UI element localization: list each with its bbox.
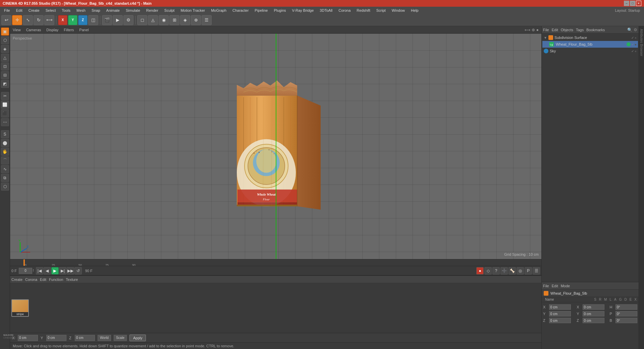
minimize-button[interactable]: – bbox=[624, 1, 629, 6]
autokey-button[interactable]: ? bbox=[492, 267, 500, 275]
bone-button[interactable]: 🦴 bbox=[508, 267, 516, 275]
prev-frame-button[interactable]: ◀ bbox=[44, 267, 51, 275]
y-input[interactable] bbox=[46, 335, 66, 341]
sculpt-tool[interactable]: 🖐 bbox=[1, 148, 9, 156]
vp-icon-expand[interactable]: ⟷ bbox=[525, 28, 530, 32]
playback-settings[interactable]: P bbox=[525, 267, 532, 275]
transform-button[interactable]: ⟷ bbox=[44, 15, 54, 25]
y-pos-input[interactable] bbox=[549, 311, 571, 316]
attr-menu-file[interactable]: File bbox=[543, 284, 549, 288]
timeline-settings[interactable]: ☰ bbox=[533, 267, 540, 275]
om-filter-icon[interactable]: ⚙ bbox=[634, 28, 637, 32]
model-tool[interactable]: ⬡ bbox=[1, 36, 9, 44]
om-menu-bookmarks[interactable]: Bookmarks bbox=[586, 28, 605, 32]
b-rot-input[interactable] bbox=[615, 318, 637, 323]
render-button[interactable]: ▶ bbox=[113, 15, 123, 25]
spline-tool[interactable]: ⌒ bbox=[1, 156, 9, 164]
menu-script[interactable]: Script bbox=[374, 8, 388, 13]
om-menu-edit[interactable]: Edit bbox=[552, 28, 558, 32]
mat-menu-edit[interactable]: Edit bbox=[40, 278, 46, 282]
menu-mograph[interactable]: MoGraph bbox=[208, 8, 229, 13]
material-swatch-stripe[interactable]: stripe bbox=[11, 299, 29, 317]
om-menu-file[interactable]: File bbox=[543, 28, 549, 32]
y-axis-button[interactable]: Y bbox=[68, 15, 77, 25]
keyframe-button[interactable]: ◇ bbox=[484, 267, 492, 275]
menu-motion-tracker[interactable]: Motion Tracker bbox=[178, 8, 208, 13]
render-preview-button[interactable]: 🎬 bbox=[102, 15, 112, 25]
rotate-tool-button[interactable]: ↻ bbox=[34, 15, 44, 25]
menu-corona[interactable]: Corona bbox=[336, 8, 353, 13]
select-tool[interactable]: ▣ bbox=[1, 28, 9, 36]
ik-button[interactable]: ◎ bbox=[517, 267, 524, 275]
mat-menu-function[interactable]: Function bbox=[49, 278, 63, 282]
menu-simulate[interactable]: Simulate bbox=[123, 8, 143, 13]
maximize-button[interactable]: □ bbox=[630, 1, 635, 6]
skip-start-button[interactable]: |◀ bbox=[36, 267, 43, 275]
undo-button[interactable]: ↩ bbox=[1, 15, 11, 25]
menu-tools[interactable]: Tools bbox=[59, 8, 73, 13]
vp-menu-filters[interactable]: Filters bbox=[64, 28, 74, 32]
vp-menu-view[interactable]: View bbox=[13, 28, 21, 32]
menu-redshift[interactable]: Redshift bbox=[354, 8, 373, 13]
menu-vray[interactable]: V-Ray Bridge bbox=[289, 8, 317, 13]
x-input[interactable] bbox=[18, 335, 38, 341]
menu-select[interactable]: Select bbox=[43, 8, 59, 13]
om-menu-objects[interactable]: Objects bbox=[561, 28, 573, 32]
snap-button[interactable]: ⊕ bbox=[191, 15, 201, 25]
vp-menu-cameras[interactable]: Cameras bbox=[26, 28, 41, 32]
motion-button[interactable]: ➕ bbox=[500, 267, 508, 275]
brush-tool[interactable]: ◈ bbox=[1, 45, 9, 53]
attr-menu-edit[interactable]: Edit bbox=[552, 284, 558, 288]
attr-menu-mode[interactable]: Mode bbox=[561, 284, 570, 288]
record-button[interactable]: ● bbox=[476, 267, 484, 275]
om-menu-tags[interactable]: Tags bbox=[576, 28, 584, 32]
vp-menu-display[interactable]: Display bbox=[46, 28, 58, 32]
menu-file[interactable]: File bbox=[1, 8, 13, 13]
z-pos-input[interactable] bbox=[549, 318, 571, 323]
object-tool-button[interactable]: ◻ bbox=[137, 15, 147, 25]
z-size-input[interactable] bbox=[583, 318, 604, 323]
z-input[interactable] bbox=[75, 335, 95, 341]
coordinate-system-button[interactable]: ◫ bbox=[88, 15, 98, 25]
magnet-tool[interactable]: S bbox=[1, 130, 9, 138]
render-settings-button[interactable]: ⚙ bbox=[123, 15, 133, 25]
h-rot-input[interactable] bbox=[615, 304, 637, 310]
menu-snap[interactable]: Snap bbox=[89, 8, 103, 13]
menu-help[interactable]: Help bbox=[408, 8, 421, 13]
knife-tool[interactable]: ✂ bbox=[1, 92, 9, 100]
menu-animate[interactable]: Animate bbox=[104, 8, 122, 13]
menu-create[interactable]: Create bbox=[26, 8, 42, 13]
x-size-input[interactable] bbox=[583, 304, 604, 310]
vp-menu-panel[interactable]: Panel bbox=[79, 28, 89, 32]
x-axis-button[interactable]: X bbox=[58, 15, 67, 25]
next-frame-button[interactable]: ▶| bbox=[59, 267, 66, 275]
p-rot-input[interactable] bbox=[615, 311, 637, 316]
attributes-strip-label[interactable]: Attributes Browser bbox=[639, 26, 644, 59]
menu-plugins[interactable]: Plugins bbox=[271, 8, 288, 13]
bevel-tool[interactable]: ⬛ bbox=[1, 109, 9, 117]
om-row-wheatbag[interactable]: Lg Wheat_Flour_Bag_5lb ✓ ● bbox=[542, 41, 638, 48]
vp-icon-settings[interactable]: ● bbox=[536, 28, 539, 32]
smooth-button[interactable]: ◉ bbox=[159, 15, 169, 25]
menu-window[interactable]: Window bbox=[389, 8, 408, 13]
z-axis-button[interactable]: Z bbox=[78, 15, 88, 25]
polygon-tool-button[interactable]: ◬ bbox=[148, 15, 158, 25]
extrude-tool[interactable]: ⬜ bbox=[1, 101, 9, 109]
close-button[interactable]: ✕ bbox=[636, 1, 641, 6]
om-search-icon[interactable]: 🔍 bbox=[627, 28, 632, 32]
scale-tool-button[interactable]: ⤡ bbox=[23, 15, 33, 25]
layer-tool[interactable]: ⧉ bbox=[1, 174, 9, 182]
viewport-canvas[interactable]: Perspective bbox=[10, 34, 541, 259]
polygon-select[interactable]: △ bbox=[1, 54, 9, 62]
point-select[interactable]: ⊡ bbox=[1, 62, 9, 70]
timeline[interactable]: 0 25 50 75 90 bbox=[10, 259, 541, 266]
sketch-tool[interactable]: ∿ bbox=[1, 165, 9, 173]
frame-input[interactable] bbox=[19, 268, 32, 274]
menu-mesh[interactable]: Mesh bbox=[74, 8, 88, 13]
menu-character[interactable]: Character bbox=[230, 8, 251, 13]
edge-select[interactable]: ⊟ bbox=[1, 71, 9, 79]
y-size-input[interactable] bbox=[583, 311, 604, 316]
mat-menu-create[interactable]: Create bbox=[11, 278, 22, 282]
menu-render[interactable]: Render bbox=[144, 8, 161, 13]
bridge-tool[interactable]: ⋯ bbox=[1, 118, 9, 126]
